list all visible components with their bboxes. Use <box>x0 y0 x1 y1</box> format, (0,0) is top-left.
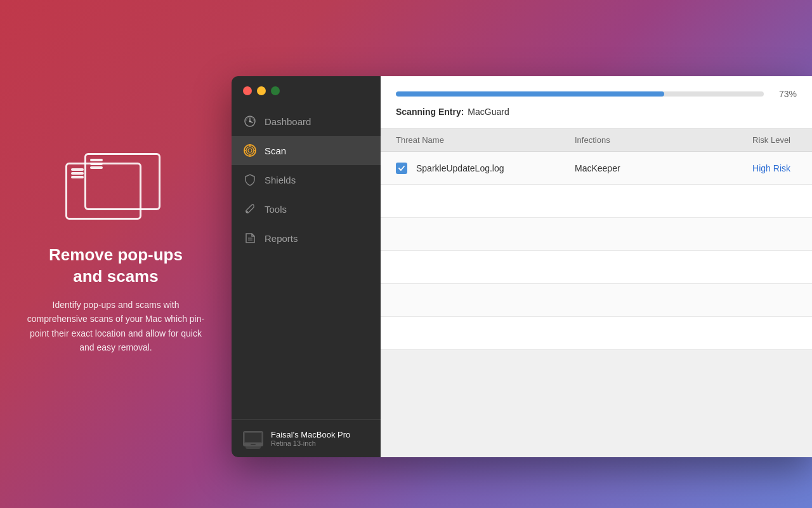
tools-label: Tools <box>265 204 287 215</box>
dashboard-icon <box>243 114 257 128</box>
close-button[interactable] <box>243 86 252 95</box>
tools-icon <box>243 202 257 216</box>
sidebar: Dashboard Scan <box>232 76 381 457</box>
svg-point-3 <box>246 147 254 154</box>
svg-rect-13 <box>245 433 261 442</box>
mac-name: Faisal's MacBook Pro <box>271 430 350 439</box>
scan-icon <box>243 144 257 157</box>
table-row-empty-5 <box>381 317 812 350</box>
scan-entry-row: Scanning Entry: MacGuard <box>396 107 797 117</box>
table-row-empty-3 <box>381 251 812 284</box>
nav-items: Dashboard Scan <box>232 104 381 419</box>
scanning-entry-label: Scanning Entry: <box>396 107 464 117</box>
row-checkbox[interactable] <box>396 163 407 174</box>
sidebar-footer: Faisal's MacBook Pro Retina 13-inch <box>232 419 381 457</box>
scanning-entry-value: MacGuard <box>468 107 509 117</box>
marketing-panel: Remove pop-ups and scams Identify pop-up… <box>0 0 232 508</box>
svg-point-9 <box>246 211 248 213</box>
dashboard-label: Dashboard <box>265 116 311 127</box>
svg-rect-15 <box>251 444 256 445</box>
reports-label: Reports <box>265 233 298 244</box>
app-window: Dashboard Scan <box>232 76 812 457</box>
main-content: 73% Scanning Entry: MacGuard Threat Name… <box>381 76 812 457</box>
risk-level-value: High Risk <box>702 163 797 174</box>
sidebar-item-tools[interactable]: Tools <box>232 194 381 224</box>
traffic-lights <box>232 76 381 104</box>
table-row-empty-4 <box>381 284 812 317</box>
col-risk-level: Risk Level <box>702 135 797 145</box>
table-row-empty-1 <box>381 185 812 218</box>
sidebar-item-shields[interactable]: Shields <box>232 165 381 194</box>
table-row-empty-2 <box>381 218 812 251</box>
table-row: SparkleUpdateLog.log MacKeeper High Risk <box>381 152 812 185</box>
mac-icon <box>243 431 263 446</box>
svg-point-1 <box>249 121 251 123</box>
infections-value: MacKeeper <box>575 163 702 173</box>
progress-bar-background <box>396 91 764 97</box>
col-infections: Infections <box>575 135 702 145</box>
scan-label: Scan <box>265 145 286 156</box>
progress-row: 73% <box>396 89 797 99</box>
high-risk-badge: High Risk <box>752 163 790 173</box>
shields-icon <box>243 173 257 187</box>
sidebar-item-reports[interactable]: Reports <box>232 224 381 253</box>
progress-bar-fill <box>396 91 664 97</box>
threat-name: SparkleUpdateLog.log <box>416 163 575 173</box>
col-threat-name: Threat Name <box>396 135 575 145</box>
svg-point-4 <box>248 149 252 152</box>
window-front-icon <box>84 153 160 210</box>
reports-icon <box>243 231 257 245</box>
threat-table: Threat Name Infections Risk Level Sparkl… <box>381 129 812 457</box>
illustration <box>65 153 167 229</box>
maximize-button[interactable] <box>271 86 280 95</box>
shields-label: Shields <box>265 175 296 185</box>
marketing-description: Identify pop-ups and scams with comprehe… <box>27 298 205 355</box>
mac-sub: Retina 13-inch <box>271 439 350 447</box>
sidebar-item-dashboard[interactable]: Dashboard <box>232 107 381 136</box>
sidebar-item-scan[interactable]: Scan <box>232 136 381 165</box>
marketing-heading: Remove pop-ups and scams <box>49 244 183 288</box>
mac-info: Faisal's MacBook Pro Retina 13-inch <box>271 430 350 447</box>
minimize-button[interactable] <box>257 86 266 95</box>
scan-header: 73% Scanning Entry: MacGuard <box>381 76 812 129</box>
table-header: Threat Name Infections Risk Level <box>381 129 812 152</box>
progress-percent: 73% <box>771 89 797 99</box>
